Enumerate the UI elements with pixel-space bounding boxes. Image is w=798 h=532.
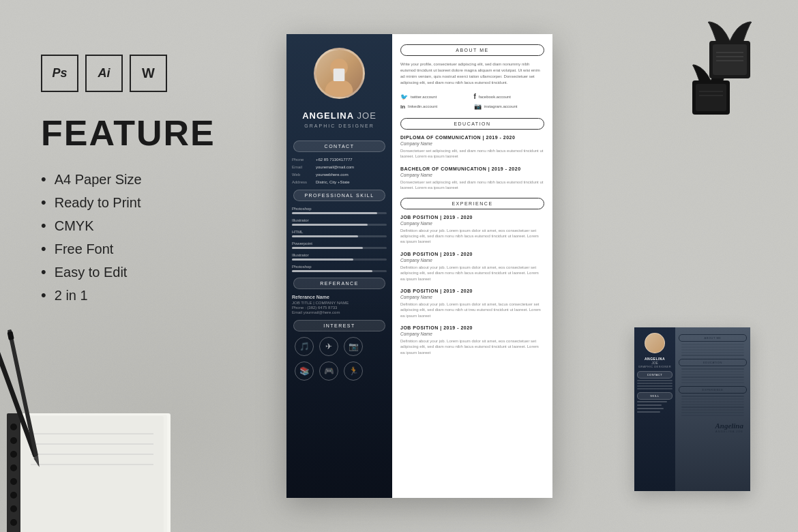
interest-icon-1: 🎵 (295, 337, 314, 356)
feature-item-6: 2 in 1 (41, 286, 273, 304)
contact-email: Email youremail@mail.com (292, 165, 387, 169)
twitter-icon: 🐦 (400, 93, 408, 100)
svg-point-17 (10, 478, 17, 485)
interest-icon-5: 🎮 (319, 361, 338, 381)
cv-about-text: Write your profile, consectetuer adipisc… (400, 61, 544, 86)
feature-list: A4 Paper Size Ready to Print CMYK Free F… (41, 171, 273, 304)
cv-ref-bar: REFERANCE (293, 278, 385, 289)
skill-illustrator: Illustrator (292, 218, 387, 226)
cv-exp-2: JOB POSITION | 2019 - 2020 Company Name … (400, 252, 544, 282)
feature-item-2: Ready to Print (41, 194, 273, 211)
svg-point-19 (10, 505, 17, 512)
svg-point-14 (10, 437, 17, 444)
cv-thumbnail: ANGELINA JOE GRAPHIC DESIGNER CONTACT SK… (634, 327, 750, 491)
facebook-icon: f (474, 93, 476, 100)
cv-left-panel: ANGELINA JOE GRAPHIC DESIGNER CONTACT Ph… (286, 34, 392, 498)
cv-education-bar: EDUCATION (400, 118, 544, 130)
cv-edu-2: BACHELOR OF COMMUNICATION | 2019 - 2020 … (400, 166, 544, 191)
svg-marker-29 (34, 456, 40, 467)
interest-icon-3: 📷 (344, 337, 363, 356)
cv-referance: Referance Name JOB TITLE | COMPANY NAME … (286, 295, 392, 314)
cv-experience-bar: EXPERIENCE (400, 198, 544, 209)
interest-icon-2: ✈ (319, 337, 338, 356)
interest-icon-6: 🏃 (344, 361, 363, 381)
feature-item-5: Easy to Edit (41, 263, 273, 281)
feature-item-3: CMYK (41, 217, 273, 235)
social-twitter: 🐦 twitter.account (400, 93, 471, 100)
svg-point-32 (325, 79, 353, 99)
cv-main: ANGELINA JOE GRAPHIC DESIGNER CONTACT Ph… (286, 34, 552, 498)
linkedin-icon: in (400, 104, 405, 110)
word-icon: W (130, 55, 167, 92)
svg-rect-1 (713, 44, 747, 75)
cv-contact-bar: CONTACT (293, 141, 385, 152)
cv-exp-3: JOB POSITION | 2019 - 2020 Company Name … (400, 289, 544, 319)
feature-item-4: Free Font (41, 240, 273, 258)
cv-interests: 🎵 ✈ 📷 📚 🎮 🏃 (286, 337, 392, 381)
cv-about-bar: ABOUT ME (400, 44, 544, 56)
cv-contact-info: Phone +62 85 7130417777 Email youremail@… (286, 158, 392, 184)
skill-photoshop: Photoshop (292, 207, 387, 214)
cv-social: 🐦 twitter.account f facebook.account in … (400, 93, 544, 110)
skill-photoshop2: Photoshop (292, 265, 387, 272)
thumb-name: ANGELINA JOE GRAPHIC DESIGNER (634, 357, 675, 368)
illustrator-icon: Ai (85, 55, 123, 92)
svg-rect-12 (7, 413, 20, 532)
svg-rect-33 (334, 69, 345, 81)
skill-powerpoint: Powerpoint (292, 241, 387, 249)
software-icons: Ps Ai W (41, 55, 273, 92)
instagram-icon: 📷 (474, 103, 482, 110)
cv-skills-bar: PROFESSIONAL SKILL (293, 190, 385, 201)
skill-illustrator2: Illustrator (292, 253, 387, 261)
cv-exp-4: JOB POSITION | 2019 - 2020 Company Name … (400, 325, 544, 355)
contact-web: Web yourwebhere.com (292, 173, 387, 177)
thumb-skill-bar: SKILL (637, 392, 673, 400)
cv-right-panel: ABOUT ME Write your profile, consectetue… (392, 34, 552, 498)
svg-point-16 (10, 464, 17, 471)
social-linkedin: in linkedin.account (400, 103, 471, 110)
avatar-circle (314, 48, 365, 99)
contact-address: Address Distric, City +State (292, 180, 387, 184)
svg-point-18 (10, 492, 17, 499)
svg-point-15 (10, 451, 17, 458)
svg-point-13 (10, 424, 17, 430)
social-instagram: 📷 instagram.account (474, 103, 545, 110)
feature-item-1: A4 Paper Size (41, 171, 273, 188)
cv-thumb-left: ANGELINA JOE GRAPHIC DESIGNER CONTACT SK… (634, 327, 675, 491)
svg-rect-30 (7, 331, 14, 340)
social-facebook: f facebook.account (474, 93, 545, 100)
binder-clip-decoration (699, 17, 760, 95)
cv-skills: Photoshop Illustrator HTML Powerpoint Il… (286, 207, 392, 272)
feature-title: FEATURE (41, 113, 273, 153)
thumb-contact-bar: CONTACT (637, 371, 673, 379)
cv-exp-1: JOB POSITION | 2019 - 2020 Company Name … (400, 215, 544, 245)
cv-edu-1: DIPLOMA OF COMMUNICATION | 2019 - 2020 C… (400, 135, 544, 160)
cv-avatar (286, 34, 392, 99)
thumb-avatar (645, 333, 665, 353)
photoshop-icon: Ps (41, 55, 78, 92)
left-section: Ps Ai W FEATURE A4 Paper Size Ready to P… (41, 55, 273, 310)
svg-point-20 (10, 519, 17, 526)
contact-phone: Phone +62 85 7130417777 (292, 158, 387, 162)
skill-html: HTML (292, 230, 387, 237)
cv-name: ANGELINA JOE GRAPHIC DESIGNER (286, 109, 392, 135)
cv-interest-bar: INTEREST (293, 320, 385, 331)
interest-icon-4: 📚 (295, 361, 314, 381)
